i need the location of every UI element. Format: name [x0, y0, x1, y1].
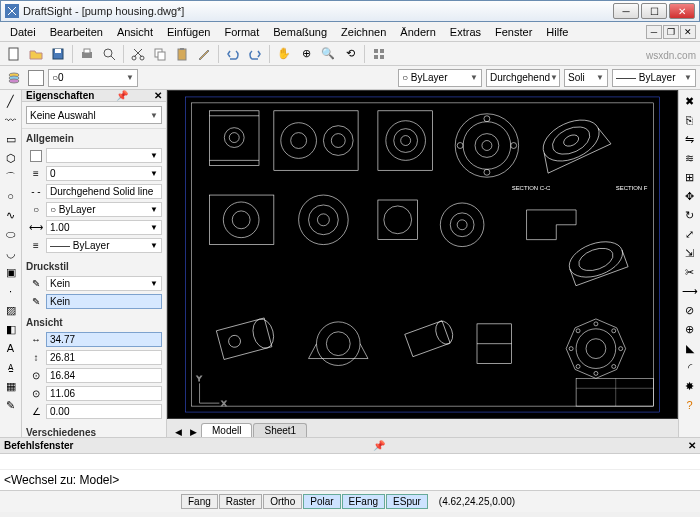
- status-fang[interactable]: Fang: [181, 494, 218, 509]
- style-combo[interactable]: Soli▼: [564, 69, 608, 87]
- panel-close-icon[interactable]: ✕: [154, 90, 162, 101]
- status-espur[interactable]: ESpur: [386, 494, 428, 509]
- copy-icon[interactable]: [150, 44, 170, 64]
- menu-ansicht[interactable]: Ansicht: [111, 24, 159, 40]
- copy-obj-icon[interactable]: ⎘: [681, 111, 699, 129]
- move-icon[interactable]: ✥: [681, 187, 699, 205]
- menu-extras[interactable]: Extras: [444, 24, 487, 40]
- prop-y[interactable]: 26.81: [46, 350, 162, 365]
- zoom-extents-icon[interactable]: ⊕: [296, 44, 316, 64]
- rotate-icon[interactable]: ↻: [681, 206, 699, 224]
- properties-icon[interactable]: [369, 44, 389, 64]
- explode-icon[interactable]: ✸: [681, 377, 699, 395]
- prop-linetype[interactable]: Durchgehend Solid line: [46, 184, 162, 199]
- menu-bearbeiten[interactable]: Bearbeiten: [44, 24, 109, 40]
- prop-color[interactable]: ▼: [46, 148, 162, 163]
- prop-z[interactable]: 16.84: [46, 368, 162, 383]
- undo-icon[interactable]: [223, 44, 243, 64]
- arc-icon[interactable]: ⌒: [2, 168, 20, 186]
- layer-manager-icon[interactable]: [4, 68, 24, 88]
- tab-modell[interactable]: Modell: [201, 423, 252, 437]
- prop-layer[interactable]: 0▼: [46, 166, 162, 181]
- break-icon[interactable]: ⊘: [681, 301, 699, 319]
- extend-icon[interactable]: ⟶: [681, 282, 699, 300]
- prop-pstyle1[interactable]: Kein▼: [46, 276, 162, 291]
- region-icon[interactable]: ◧: [2, 320, 20, 338]
- menu-format[interactable]: Format: [218, 24, 265, 40]
- linetype-combo[interactable]: Durchgehend▼: [486, 69, 560, 87]
- scale-tool-icon[interactable]: ⤢: [681, 225, 699, 243]
- lineweight-combo[interactable]: —— ByLayer▼: [612, 69, 696, 87]
- close-button[interactable]: ✕: [669, 3, 695, 19]
- stretch-icon[interactable]: ⇲: [681, 244, 699, 262]
- zoom-window-icon[interactable]: 🔍: [318, 44, 338, 64]
- erase-icon[interactable]: ✖: [681, 92, 699, 110]
- fillet-icon[interactable]: ◜: [681, 358, 699, 376]
- status-ortho[interactable]: Ortho: [263, 494, 302, 509]
- mdi-restore-button[interactable]: ❐: [663, 25, 679, 39]
- cut-icon[interactable]: [128, 44, 148, 64]
- note-icon[interactable]: ✎: [2, 396, 20, 414]
- status-efang[interactable]: EFang: [342, 494, 385, 509]
- status-raster[interactable]: Raster: [219, 494, 262, 509]
- hatch-icon[interactable]: ▨: [2, 301, 20, 319]
- zoom-prev-icon[interactable]: ⟲: [340, 44, 360, 64]
- bylayer-combo[interactable]: ○ ByLayer▼: [398, 69, 482, 87]
- layer-combo[interactable]: ○ 0▼: [48, 69, 138, 87]
- menu-zeichnen[interactable]: Zeichnen: [335, 24, 392, 40]
- redo-icon[interactable]: [245, 44, 265, 64]
- point-icon[interactable]: ·: [2, 282, 20, 300]
- ellipse-arc-icon[interactable]: ◡: [2, 244, 20, 262]
- prop-w[interactable]: 11.06: [46, 386, 162, 401]
- trim-icon[interactable]: ✂: [681, 263, 699, 281]
- menu-bemassung[interactable]: Bemaßung: [267, 24, 333, 40]
- menu-aendern[interactable]: Ändern: [394, 24, 441, 40]
- status-polar[interactable]: Polar: [303, 494, 340, 509]
- tab-sheet1[interactable]: Sheet1: [253, 423, 307, 437]
- command-panel-close-icon[interactable]: ✕: [688, 440, 696, 451]
- minimize-button[interactable]: ─: [613, 3, 639, 19]
- pushpin-icon[interactable]: 📌: [116, 90, 128, 101]
- offset-icon[interactable]: ≋: [681, 149, 699, 167]
- prop-lineweight[interactable]: —— ByLayer▼: [46, 238, 162, 253]
- mdi-close-button[interactable]: ✕: [680, 25, 696, 39]
- print-icon[interactable]: [77, 44, 97, 64]
- spline-icon[interactable]: ∿: [2, 206, 20, 224]
- paste-icon[interactable]: [172, 44, 192, 64]
- mirror-icon[interactable]: ⇋: [681, 130, 699, 148]
- cmd-pushpin-icon[interactable]: 📌: [373, 440, 385, 451]
- rectangle-icon[interactable]: ▭: [2, 130, 20, 148]
- chamfer-icon[interactable]: ◣: [681, 339, 699, 357]
- color-swatch[interactable]: [28, 70, 44, 86]
- prop-x[interactable]: 34.77: [46, 332, 162, 347]
- menu-hilfe[interactable]: Hilfe: [540, 24, 574, 40]
- pan-icon[interactable]: ✋: [274, 44, 294, 64]
- prop-bylayer[interactable]: ○ ByLayer▼: [46, 202, 162, 217]
- table-icon[interactable]: ▦: [2, 377, 20, 395]
- block-icon[interactable]: ▣: [2, 263, 20, 281]
- join-icon[interactable]: ⊕: [681, 320, 699, 338]
- maximize-button[interactable]: ☐: [641, 3, 667, 19]
- mdi-minimize-button[interactable]: ─: [646, 25, 662, 39]
- ellipse-icon[interactable]: ⬭: [2, 225, 20, 243]
- help-icon[interactable]: ?: [681, 396, 699, 414]
- open-icon[interactable]: [26, 44, 46, 64]
- polyline-icon[interactable]: 〰: [2, 111, 20, 129]
- tab-scroll-right-icon[interactable]: ▶: [186, 427, 201, 437]
- paintbrush-icon[interactable]: [194, 44, 214, 64]
- save-icon[interactable]: [48, 44, 68, 64]
- prop-scale[interactable]: 1.00▼: [46, 220, 162, 235]
- polygon-icon[interactable]: ⬡: [2, 149, 20, 167]
- selection-combo[interactable]: Keine Auswahl▼: [26, 106, 162, 124]
- menu-fenster[interactable]: Fenster: [489, 24, 538, 40]
- mtext-icon[interactable]: A̲: [2, 358, 20, 376]
- circle-icon[interactable]: ○: [2, 187, 20, 205]
- text-icon[interactable]: A: [2, 339, 20, 357]
- command-input[interactable]: <Wechsel zu: Model>: [0, 470, 700, 490]
- menu-einfuegen[interactable]: Einfügen: [161, 24, 216, 40]
- menu-datei[interactable]: Datei: [4, 24, 42, 40]
- preview-icon[interactable]: [99, 44, 119, 64]
- tab-scroll-left-icon[interactable]: ◀: [171, 427, 186, 437]
- new-icon[interactable]: [4, 44, 24, 64]
- line-icon[interactable]: ╱: [2, 92, 20, 110]
